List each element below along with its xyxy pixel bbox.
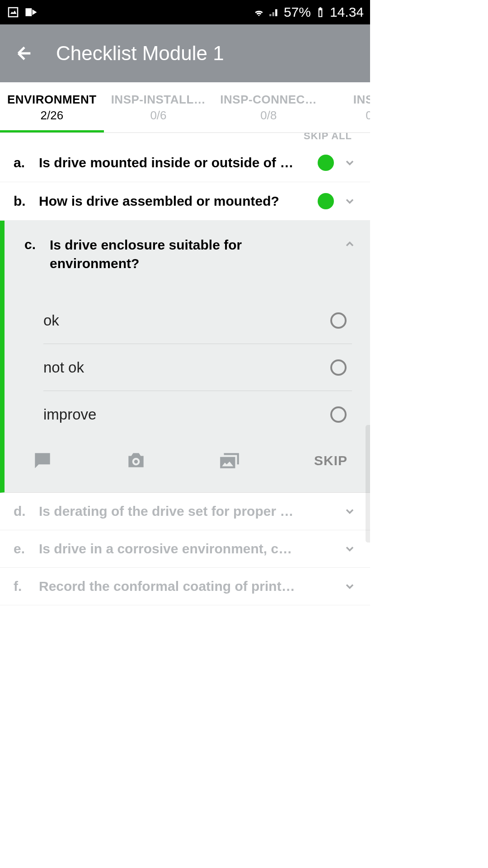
status-left	[6, 5, 38, 19]
question-actions: SKIP	[5, 438, 370, 479]
chevron-down-icon	[338, 156, 361, 169]
content: SKIP ALL a. Is drive mounted inside or o…	[0, 133, 370, 605]
scroll-indicator[interactable]	[366, 425, 370, 542]
tab-bar: ENVIRONMENT 2/26 INSP-INSTALL… 0/6 INSP-…	[0, 82, 370, 133]
question-text: Is drive enclosure suitable for environm…	[50, 236, 338, 273]
question-letter: e.	[14, 541, 39, 557]
question-a[interactable]: a. Is drive mounted inside or outside of…	[0, 144, 370, 182]
question-letter: b.	[14, 193, 39, 209]
question-text: How is drive assembled or mounted?	[39, 193, 318, 209]
option-ok[interactable]: ok	[43, 297, 352, 344]
app-bar: Checklist Module 1	[0, 24, 370, 82]
question-text: Is derating of the drive set for proper …	[39, 504, 334, 519]
question-f[interactable]: f. Record the conformal coating of print…	[0, 568, 370, 605]
tab-label: INSP-A	[353, 93, 370, 107]
status-dot-answered	[318, 193, 334, 209]
question-letter: c.	[24, 236, 50, 252]
option-not-ok[interactable]: not ok	[43, 344, 352, 391]
wifi-icon	[253, 6, 265, 18]
image-icon	[6, 5, 20, 19]
question-text: Is drive in a corrosive environment, c…	[39, 541, 334, 557]
question-letter: f.	[14, 579, 39, 594]
status-dot-answered	[318, 155, 334, 171]
outlook-icon	[24, 5, 38, 19]
battery-icon	[314, 6, 326, 18]
page-title: Checklist Module 1	[56, 42, 224, 65]
tab-insp-connec[interactable]: INSP-CONNEC… 0/8	[213, 82, 324, 132]
option-improve[interactable]: improve	[43, 391, 352, 438]
question-letter: d.	[14, 504, 39, 519]
question-letter: a.	[14, 155, 39, 170]
gallery-button[interactable]	[216, 447, 243, 474]
tab-count: 0/6	[150, 108, 166, 123]
status-bar: 57% 14.34	[0, 0, 370, 24]
tab-count: 0/8	[260, 108, 277, 123]
question-c-expanded: c. Is drive enclosure suitable for envir…	[0, 221, 370, 493]
gallery-icon	[218, 449, 241, 472]
chevron-down-icon	[338, 542, 361, 555]
skip-all-remnant: SKIP ALL	[0, 133, 370, 144]
answer-options: ok not ok improve	[5, 288, 370, 438]
clock-time: 14.34	[330, 5, 364, 20]
radio-unchecked	[330, 359, 347, 376]
status-right: 57% 14.34	[253, 5, 364, 20]
option-label: improve	[43, 406, 96, 423]
tab-label: INSP-INSTALL…	[111, 93, 206, 107]
tab-label: INSP-CONNEC…	[220, 93, 317, 107]
chevron-down-icon	[338, 505, 361, 518]
skip-button[interactable]: SKIP	[310, 448, 352, 474]
question-b[interactable]: b. How is drive assembled or mounted?	[0, 182, 370, 221]
tab-insp-a[interactable]: INSP-A 0/6	[324, 82, 370, 132]
battery-pct: 57%	[284, 5, 311, 20]
back-arrow-icon	[15, 44, 33, 62]
signal-icon	[268, 6, 280, 18]
radio-unchecked	[330, 312, 347, 329]
question-c-header[interactable]: c. Is drive enclosure suitable for envir…	[5, 221, 370, 288]
tab-label: ENVIRONMENT	[7, 93, 97, 107]
camera-button[interactable]	[122, 447, 150, 474]
camera-icon	[125, 449, 147, 472]
question-text: Record the conformal coating of print…	[39, 579, 334, 594]
tab-environment[interactable]: ENVIRONMENT 2/26	[0, 82, 104, 132]
tab-count: 2/26	[41, 108, 64, 123]
tab-insp-install[interactable]: INSP-INSTALL… 0/6	[104, 82, 213, 132]
chevron-down-icon	[338, 195, 361, 208]
chevron-up-icon	[338, 236, 361, 250]
option-label: ok	[43, 312, 59, 329]
question-e[interactable]: e. Is drive in a corrosive environment, …	[0, 530, 370, 568]
comment-icon	[31, 449, 54, 472]
back-button[interactable]	[11, 40, 38, 67]
question-text: Is drive mounted inside or outside of …	[39, 155, 318, 170]
comment-button[interactable]	[29, 447, 56, 474]
option-label: not ok	[43, 359, 84, 376]
radio-unchecked	[330, 406, 347, 423]
tab-count: 0/6	[366, 108, 370, 123]
question-d[interactable]: d. Is derating of the drive set for prop…	[0, 493, 370, 530]
chevron-down-icon	[338, 580, 361, 593]
